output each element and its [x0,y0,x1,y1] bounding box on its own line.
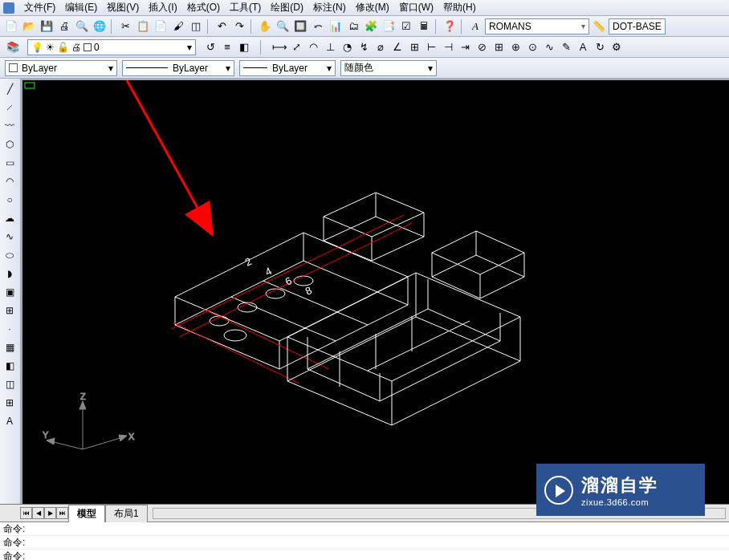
tab-model[interactable]: 模型 [68,505,105,522]
dim-radius-icon[interactable]: ◔ [339,39,355,55]
plotstyle-label: 随颜色 [344,61,373,75]
dim-cont-icon[interactable]: ⊣ [440,39,456,55]
dim-linear-icon[interactable]: ⟼ [271,39,287,55]
textstyle-a-icon[interactable]: A [467,18,483,34]
pline-icon[interactable]: 〰 [2,118,18,134]
zoom-prev-icon[interactable]: ⤺ [310,18,326,34]
point-icon[interactable]: · [2,321,18,337]
tp-icon[interactable]: 🧩 [363,18,379,34]
hatch-icon[interactable]: ▦ [2,339,18,355]
tab-first-icon[interactable]: ⏮ [20,507,32,519]
match-icon[interactable]: 🖌 [170,18,186,34]
layer-iso-icon[interactable]: ◧ [236,39,252,55]
rectangle-icon[interactable]: ▭ [2,155,18,171]
dim-ang-icon[interactable]: ∠ [389,39,405,55]
block-icon[interactable]: ◫ [188,18,204,34]
dim-update-icon[interactable]: ↻ [592,39,608,55]
publish-icon[interactable]: 🌐 [92,18,108,34]
mtext-icon[interactable]: A [2,413,18,429]
make-block-icon[interactable]: ⊞ [2,302,18,319]
layers-icon[interactable]: 📚 [5,39,21,55]
dim-arc-icon[interactable]: ◠ [305,39,321,55]
tab-last-icon[interactable]: ⏭ [56,507,68,519]
pan-icon[interactable]: ✋ [257,18,273,34]
table-icon[interactable]: ⊞ [2,395,18,411]
tab-prev-icon[interactable]: ◀ [32,507,44,519]
redo-icon[interactable]: ↷ [231,18,247,34]
preview-icon[interactable]: 🔍 [74,18,90,34]
new-icon[interactable]: 📄 [3,18,19,34]
dim-inspect-icon[interactable]: ⊙ [524,39,540,55]
dim-space-icon[interactable]: ⇥ [457,39,473,55]
dim-ord-icon[interactable]: ⊥ [322,39,338,55]
plotstyle-select[interactable]: 随颜色 ▾ [340,60,437,76]
print-icon[interactable]: 🖨 [56,18,72,34]
ssm-icon[interactable]: 📑 [381,18,397,34]
circle-icon[interactable]: ○ [2,192,18,208]
region-icon[interactable]: ◫ [2,376,18,392]
menu-dimension[interactable]: 标注(N) [308,0,351,16]
insert-block-icon[interactable]: ▣ [2,284,18,300]
dim-jogline-icon[interactable]: ∿ [541,39,557,55]
polygon-icon[interactable]: ⬡ [2,136,18,152]
zoom-win-icon[interactable]: 🔲 [292,18,308,34]
undo-icon[interactable]: ↶ [214,18,230,34]
line-icon[interactable]: ╱ [2,81,18,97]
help-icon[interactable]: ❓ [442,18,458,34]
linetype-label: ByLayer [173,63,208,74]
layer-state-icon[interactable]: ≡ [219,39,235,55]
menu-file[interactable]: 文件(F) [19,0,60,16]
save-icon[interactable]: 💾 [39,18,55,34]
dcenter-icon[interactable]: 🗂 [345,18,361,34]
cut-icon[interactable]: ✂ [117,18,133,34]
tab-next-icon[interactable]: ▶ [44,507,56,519]
tab-layout1[interactable]: 布局1 [105,505,148,522]
properties-icon[interactable]: 📊 [328,18,344,34]
dim-break-icon[interactable]: ⊘ [474,39,490,55]
revcloud-icon[interactable]: ☁ [2,210,18,226]
menu-insert[interactable]: 插入(I) [144,0,181,16]
menu-edit[interactable]: 编辑(E) [60,0,102,16]
text-style-select[interactable]: ROMANS▾ [485,18,589,34]
cmd-prompt-2: 命令: [3,536,25,550]
layer-dropdown[interactable]: 💡 ☀ 🔓 🖨 0 ▾ [27,39,196,55]
menu-window[interactable]: 窗口(W) [394,0,438,16]
paste-icon[interactable]: 📄 [153,18,169,34]
dim-edit-icon[interactable]: ✎ [558,39,574,55]
dim-quick-icon[interactable]: ⊞ [406,39,422,55]
arc-icon[interactable]: ◠ [2,173,18,189]
xline-icon[interactable]: ⟋ [2,99,18,116]
linetype-preview-icon [126,67,168,68]
layer-prev-icon[interactable]: ↺ [202,39,218,55]
dim-tedit-icon[interactable]: A [575,39,591,55]
menu-draw[interactable]: 绘图(D) [266,0,308,16]
dimstyle-icon[interactable]: 📏 [591,18,607,34]
tolerance-icon[interactable]: ⊞ [491,39,507,55]
ellipse-arc-icon[interactable]: ◗ [2,266,18,282]
menu-help[interactable]: 帮助(H) [438,0,481,16]
center-mark-icon[interactable]: ⊕ [507,39,523,55]
zoom-rt-icon[interactable]: 🔍 [275,18,291,34]
ellipse-icon[interactable]: ⬭ [2,247,18,263]
command-input[interactable]: 命令: [0,550,729,560]
dim-aligned-icon[interactable]: ⤢ [288,39,304,55]
lineweight-select[interactable]: ByLayer ▾ [239,60,336,76]
dim-dia-icon[interactable]: ⌀ [373,39,389,55]
copy-icon[interactable]: 📋 [135,18,151,34]
spline-icon[interactable]: ∿ [2,229,18,245]
menu-view[interactable]: 视图(V) [102,0,144,16]
menu-format[interactable]: 格式(O) [182,0,225,16]
menu-tools[interactable]: 工具(T) [225,0,266,16]
dim-jog-icon[interactable]: ↯ [356,39,372,55]
dim-over-icon[interactable]: ⚙ [609,39,625,55]
color-select[interactable]: ByLayer ▾ [5,60,117,76]
menu-modify[interactable]: 修改(M) [351,0,394,16]
markup-icon[interactable]: ☑ [398,18,414,34]
dim-base-icon[interactable]: ⊢ [423,39,439,55]
gradient-icon[interactable]: ◧ [2,358,18,374]
open-icon[interactable]: 📂 [21,18,37,34]
calc-icon[interactable]: 🖩 [416,18,432,34]
dim-style-select[interactable]: DOT-BASE [609,18,666,34]
linetype-select[interactable]: ByLayer ▾ [122,60,234,76]
drawing-canvas[interactable]: 2 4 6 8 [21,79,729,504]
